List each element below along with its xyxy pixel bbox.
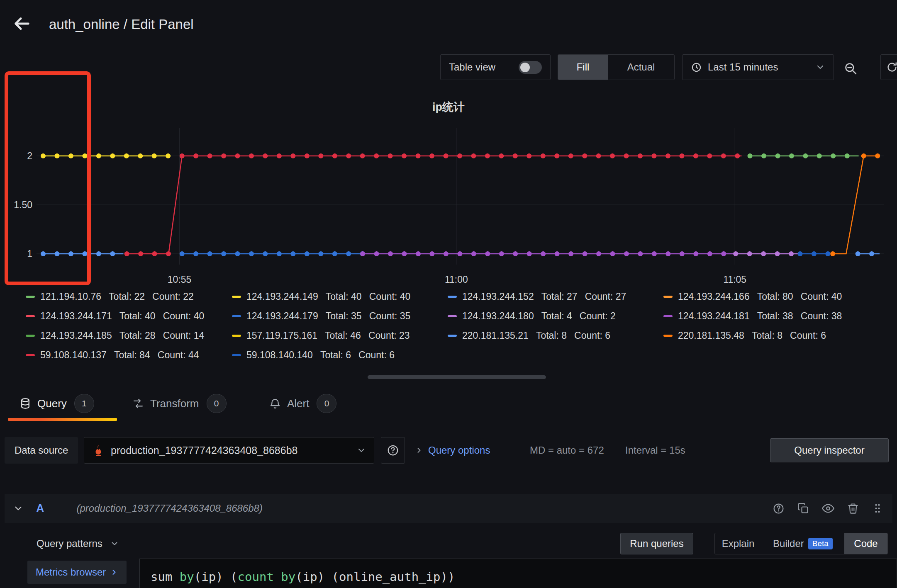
legend-series-name: 124.193.244.180 <box>462 311 534 322</box>
legend-item[interactable]: 124.193.244.166Total: 80Count: 40 <box>663 287 889 306</box>
legend-count: Count: 2 <box>580 311 616 322</box>
legend-item[interactable]: 220.181.135.21Total: 8Count: 6 <box>448 326 663 345</box>
legend-total: Total: 27 <box>541 291 578 302</box>
legend-series-name: 124.193.244.171 <box>40 311 112 322</box>
database-icon <box>19 397 32 410</box>
tab-alert[interactable]: Alert 0 <box>269 394 336 413</box>
editor-mode-group: Explain Builder Beta Code <box>714 533 888 554</box>
run-queries-button[interactable]: Run queries <box>620 533 693 554</box>
legend-item[interactable]: 124.193.244.149Total: 40Count: 40 <box>232 287 448 306</box>
metrics-browser-button[interactable]: Metrics browser <box>27 561 127 584</box>
time-range-label: Last 15 minutes <box>708 61 809 73</box>
query-row-a: A (production_1937777424363408_8686b8) <box>5 494 892 523</box>
query-patterns-toggle[interactable]: Query patterns <box>37 532 119 555</box>
chevron-right-icon <box>415 446 423 454</box>
tab-transform-count-badge: 0 <box>207 394 227 413</box>
legend-count: Count: 44 <box>158 350 199 361</box>
legend-total: Total: 28 <box>119 330 156 341</box>
refresh-button[interactable] <box>880 54 897 80</box>
query-ref-id[interactable]: A <box>36 502 44 515</box>
legend-item[interactable]: 124.193.244.181Total: 38Count: 38 <box>663 306 889 326</box>
legend-count: Count: 40 <box>369 291 411 302</box>
query-options-toggle[interactable]: Query options <box>415 437 490 464</box>
legend-item[interactable]: 124.193.244.179Total: 35Count: 35 <box>232 306 448 326</box>
back-button[interactable] <box>11 12 33 35</box>
legend-total: Total: 4 <box>541 311 572 322</box>
legend-color-dash <box>448 296 457 298</box>
svg-text:2: 2 <box>27 151 32 161</box>
legend-color-dash <box>26 354 35 356</box>
legend-color-dash <box>448 335 457 337</box>
fill-actual-group: Fill Actual <box>558 54 675 80</box>
legend-item[interactable]: 220.181.135.48Total: 8Count: 6 <box>663 326 889 345</box>
legend-item[interactable]: 59.108.140.137Total: 84Count: 44 <box>26 345 232 365</box>
legend-total: Total: 40 <box>119 311 156 322</box>
query-patterns-label: Query patterns <box>37 538 102 549</box>
legend-item[interactable]: 124.193.244.185Total: 28Count: 14 <box>26 326 232 345</box>
arrow-left-icon <box>12 14 32 33</box>
legend-item[interactable]: 124.193.244.180Total: 4Count: 2 <box>448 306 663 326</box>
svg-text:1: 1 <box>27 248 32 259</box>
chevron-down-icon[interactable] <box>13 503 24 514</box>
legend-series-name: 59.108.140.137 <box>40 350 107 361</box>
datasource-picker[interactable]: production_1937777424363408_8686b8 <box>84 437 374 464</box>
svg-text:11:00: 11:00 <box>445 274 468 285</box>
tab-transform[interactable]: Transform 0 <box>132 394 227 413</box>
legend-total: Total: 6 <box>320 350 351 361</box>
svg-text:10:55: 10:55 <box>168 274 192 285</box>
trash-icon[interactable] <box>847 503 859 514</box>
zoom-out-button[interactable] <box>842 60 859 77</box>
code-token: count <box>238 570 274 584</box>
promql-expression-input[interactable]: sum by(ip) (count by(ip) (online_auth_ip… <box>139 559 897 588</box>
table-view-control: Table view <box>440 54 551 80</box>
legend-series-name: 124.193.244.166 <box>678 291 750 302</box>
bell-icon <box>269 397 281 410</box>
fill-button[interactable]: Fill <box>558 55 608 80</box>
legend-total: Total: 80 <box>757 291 793 302</box>
time-range-picker[interactable]: Last 15 minutes <box>682 54 834 80</box>
legend-color-dash <box>448 315 457 317</box>
chart-title: ip统计 <box>0 100 897 114</box>
refresh-icon <box>886 61 897 73</box>
legend-series-name: 157.119.175.161 <box>246 330 317 341</box>
chart-plot-area[interactable]: 21.50110:5511:0011:05 <box>0 120 897 303</box>
legend-item[interactable]: 124.193.244.171Total: 40Count: 40 <box>26 306 232 326</box>
legend-series-name: 124.193.244.179 <box>246 311 318 322</box>
toggle-knob <box>520 63 530 72</box>
duplicate-icon[interactable] <box>797 503 809 514</box>
legend-total: Total: 84 <box>114 350 150 361</box>
code-token: by <box>180 570 194 584</box>
datasource-help-button[interactable] <box>381 437 405 464</box>
legend-color-dash <box>26 296 35 298</box>
query-options-label: Query options <box>428 445 490 456</box>
tab-query-count-badge: 1 <box>74 394 94 413</box>
interval-text: Interval = 15s <box>625 437 685 464</box>
help-icon[interactable] <box>773 503 785 515</box>
legend-item[interactable]: 59.108.140.140Total: 6Count: 6 <box>232 345 448 365</box>
table-view-toggle[interactable] <box>519 61 542 74</box>
panel-resize-handle[interactable] <box>368 375 546 379</box>
transform-icon <box>132 397 144 410</box>
legend-count: Count: 23 <box>368 330 410 341</box>
legend-series-name: 124.193.244.181 <box>678 311 750 322</box>
query-datasource-hint: (production_1937777424363408_8686b8) <box>77 503 263 514</box>
legend-color-dash <box>663 335 673 337</box>
legend-count: Count: 22 <box>152 291 194 302</box>
actual-button[interactable]: Actual <box>608 55 674 80</box>
code-token <box>274 570 281 584</box>
chevron-down-icon <box>356 445 366 455</box>
query-inspector-button[interactable]: Query inspector <box>770 438 889 462</box>
eye-icon[interactable] <box>822 502 834 515</box>
code-option[interactable]: Code <box>844 533 887 554</box>
legend-item[interactable]: 157.119.175.161Total: 46Count: 23 <box>232 326 448 345</box>
chevron-right-icon <box>110 568 118 576</box>
legend-series-name: 220.181.135.21 <box>462 330 529 341</box>
drag-handle-icon[interactable] <box>872 503 883 514</box>
explain-option[interactable]: Explain <box>715 533 761 554</box>
builder-option[interactable]: Builder Beta <box>761 533 844 554</box>
legend-item[interactable]: 124.193.244.152Total: 27Count: 27 <box>448 287 663 306</box>
code-token: ( <box>194 570 201 584</box>
legend-total: Total: 8 <box>536 330 567 341</box>
tab-query[interactable]: Query 1 <box>19 394 94 413</box>
legend-item[interactable]: 121.194.10.76Total: 22Count: 22 <box>26 287 232 306</box>
